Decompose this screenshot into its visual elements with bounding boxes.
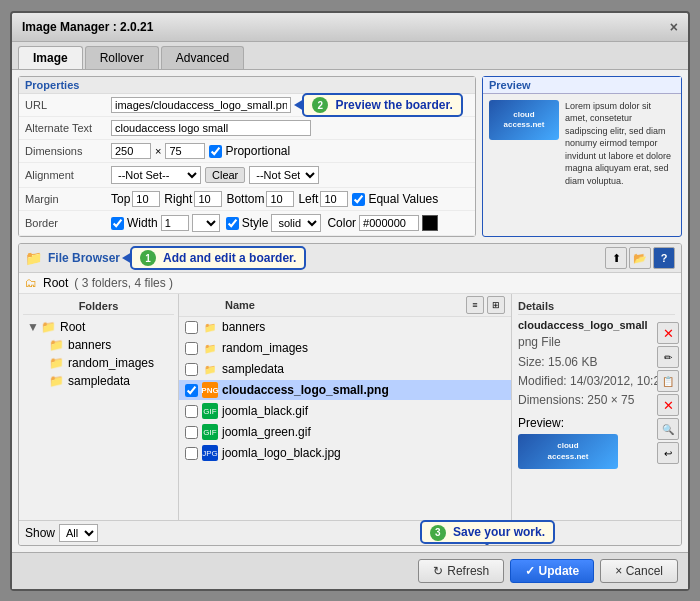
height-input[interactable] xyxy=(165,143,205,159)
file-checkbox[interactable] xyxy=(185,363,198,376)
proportional-checkbox[interactable] xyxy=(209,145,222,158)
tree-toggle-root[interactable]: ▼ xyxy=(27,320,37,334)
folder-sampledata[interactable]: 📁 sampledata xyxy=(23,372,174,390)
refresh-button[interactable]: ↻ Refresh xyxy=(418,559,504,583)
detail-btn2[interactable]: ✏ xyxy=(657,346,679,368)
width-input[interactable] xyxy=(111,143,151,159)
url-value-wrapper: 2 Preview the boarder. xyxy=(111,97,469,114)
border-style-checkbox[interactable] xyxy=(226,217,239,230)
margin-top-label: Top xyxy=(111,192,130,206)
show-select[interactable]: All xyxy=(59,524,98,542)
preview-image: cloudaccess.net xyxy=(489,100,559,140)
fb-newfolder-btn[interactable]: 📂 xyxy=(629,247,651,269)
file-name: banners xyxy=(222,320,265,334)
clear-button[interactable]: Clear xyxy=(205,167,245,183)
margin-row: Margin Top Right Bottom xyxy=(19,188,475,211)
list-item[interactable]: 📁 sampledata xyxy=(179,359,511,380)
detail-btn5[interactable]: ↩ xyxy=(657,442,679,464)
equal-values-checkbox[interactable] xyxy=(352,193,365,206)
url-input[interactable] xyxy=(111,97,291,113)
bottom-toolbar: ↻ Refresh ✓ Update × Cancel xyxy=(12,552,688,589)
equal-values-label[interactable]: Equal Values xyxy=(352,192,438,206)
fb-upload-btn[interactable]: ⬆ xyxy=(605,247,627,269)
tooltip3-number: 3 xyxy=(430,525,446,541)
margin-bottom-label: Bottom xyxy=(226,192,264,206)
border-width-label: Width xyxy=(127,216,158,230)
tooltip3-arrow xyxy=(481,542,493,546)
margin-left-input[interactable] xyxy=(320,191,348,207)
sampledata-folder-icon: 📁 xyxy=(49,374,64,388)
preview-section: Preview cloudaccess.net Lorem ipsum dolo… xyxy=(482,76,682,238)
detail-logo-text: cloudaccess.net xyxy=(548,441,589,462)
fb-path-info: ( 3 folders, 4 files ) xyxy=(74,276,173,290)
detail-btn3[interactable]: 📋 xyxy=(657,370,679,392)
margin-bottom-input[interactable] xyxy=(266,191,294,207)
alignment-select[interactable]: --Not Set-- xyxy=(111,166,201,184)
close-icon[interactable]: × xyxy=(670,19,678,35)
alt-input[interactable] xyxy=(111,120,311,136)
tab-advanced[interactable]: Advanced xyxy=(161,46,244,69)
margin-right-input[interactable] xyxy=(194,191,222,207)
update-button[interactable]: ✓ Update xyxy=(510,559,594,583)
border-color-input[interactable] xyxy=(359,215,419,231)
border-width-unit[interactable]: ▼ xyxy=(192,214,220,232)
file-checkbox[interactable] xyxy=(185,384,198,397)
detail-modified: Modified: 14/03/2012, 10:29 xyxy=(518,372,675,391)
margin-right-item: Right xyxy=(164,191,222,207)
detail-preview-label: Preview: xyxy=(518,416,564,430)
fb-help-btn[interactable]: ? xyxy=(653,247,675,269)
view-grid-btn[interactable]: ⊞ xyxy=(487,296,505,314)
detail-filetype: png File xyxy=(518,333,675,352)
folder-random[interactable]: 📁 random_images xyxy=(23,354,174,372)
folder-banners[interactable]: 📁 banners xyxy=(23,336,174,354)
show-label: Show xyxy=(25,526,55,540)
margin-top-input[interactable] xyxy=(132,191,160,207)
detail-delete-btn2[interactable]: ✕ xyxy=(657,394,679,416)
dialog-title: Image Manager : 2.0.21 xyxy=(22,20,153,34)
file-checkbox[interactable] xyxy=(185,342,198,355)
view-list-btn[interactable]: ≡ xyxy=(466,296,484,314)
color-picker[interactable] xyxy=(422,215,438,231)
files-pane: Name ≡ ⊞ 📁 banners 📁 xyxy=(179,294,511,519)
file-checkbox[interactable] xyxy=(185,426,198,439)
file-checkbox[interactable] xyxy=(185,405,198,418)
detail-size: Size: 15.06 KB xyxy=(518,353,675,372)
folder-type-icon: 📁 xyxy=(202,361,218,377)
border-width-input[interactable] xyxy=(161,215,189,231)
dimensions-row: Dimensions × Proportional xyxy=(19,140,475,163)
border-color-item: Color xyxy=(327,215,438,231)
details-pane: Details cloudaccess_logo_small png File … xyxy=(511,294,681,519)
tooltip-save-work: 3 Save your work. xyxy=(420,520,555,544)
top-area: Properties URL 2 Preview the boarder. xyxy=(18,76,682,238)
margin-bottom-item: Bottom xyxy=(226,191,294,207)
tooltip-add-boarder: 1 Add and edit a boarder. xyxy=(130,246,306,270)
list-item[interactable]: JPG joomla_logo_black.jpg xyxy=(179,443,511,464)
file-name: cloudaccess_logo_small.png xyxy=(222,383,389,397)
pane-header-actions: ≡ ⊞ xyxy=(466,296,505,314)
detail-delete-btn[interactable]: ✕ xyxy=(657,322,679,344)
tooltip2-arrow xyxy=(294,99,304,111)
detail-filename: cloudaccess_logo_small xyxy=(518,319,675,331)
list-item[interactable]: PNG cloudaccess_logo_small.png xyxy=(179,380,511,401)
border-style-select[interactable]: solid xyxy=(271,214,321,232)
tab-image[interactable]: Image xyxy=(18,46,83,69)
proportional-label[interactable]: Proportional xyxy=(209,144,290,158)
list-item[interactable]: 📁 random_images xyxy=(179,338,511,359)
detail-search-btn[interactable]: 🔍 xyxy=(657,418,679,440)
tab-bar: Image Rollover Advanced xyxy=(12,42,688,70)
cancel-button[interactable]: × Cancel xyxy=(600,559,678,583)
folder-root[interactable]: ▼ 📁 Root xyxy=(23,318,174,336)
border-width-checkbox[interactable] xyxy=(111,217,124,230)
border-width-item: Width ▼ xyxy=(111,214,220,232)
banners-folder-icon: 📁 xyxy=(49,338,64,352)
alignment-select2[interactable]: --Not Set-- xyxy=(249,166,319,184)
margin-left-label: Left xyxy=(298,192,318,206)
list-item[interactable]: 📁 banners xyxy=(179,317,511,338)
list-item[interactable]: GIF joomla_black.gif xyxy=(179,401,511,422)
list-item[interactable]: GIF joomla_green.gif xyxy=(179,422,511,443)
preview-title: Preview xyxy=(483,77,681,94)
file-checkbox[interactable] xyxy=(185,321,198,334)
tab-rollover[interactable]: Rollover xyxy=(85,46,159,69)
tooltip1-number: 1 xyxy=(140,250,156,266)
file-checkbox[interactable] xyxy=(185,447,198,460)
